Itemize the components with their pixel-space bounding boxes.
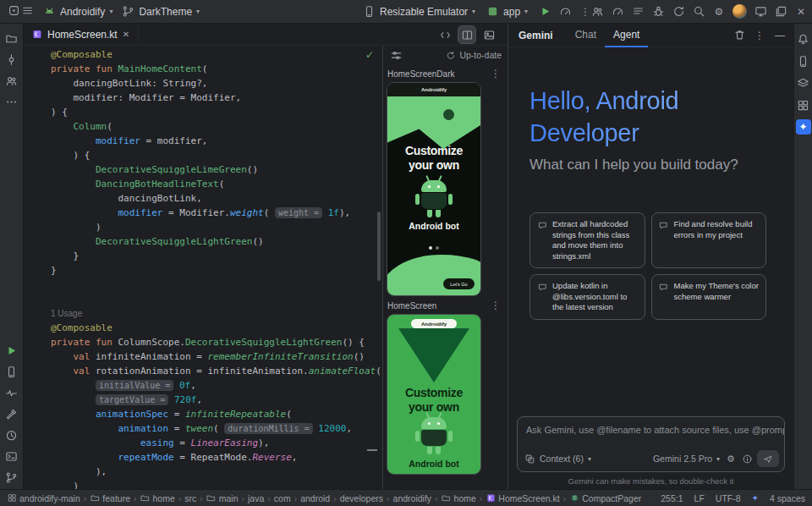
build-tool-icon[interactable] [5,407,19,421]
preview-options-icon[interactable] [389,48,403,62]
preview-phone-HomeScreenDark[interactable]: AndroidifyCustomizeyour ownAndroid botLe… [387,82,481,296]
code-line: @Composable [51,321,374,335]
code-line: ), [51,465,374,479]
user-avatar[interactable] [732,4,747,19]
preview-block-HomeScreen: HomeScreen⋮AndroidifyCustomizeyour ownAn… [383,296,508,475]
breadcrumb: androidify-main›feature›home›src›main›ja… [7,493,652,503]
send-button[interactable] [757,450,779,467]
project-selector[interactable]: Androidify ▾ [42,5,112,19]
preview-more-icon[interactable]: ⋮ [489,67,502,80]
layout-inspector-icon[interactable] [796,75,811,91]
close-tab-icon[interactable]: ✕ [123,30,129,39]
code-line: 1 Usage [51,306,374,321]
run-configuration-selector[interactable]: app ▾ [486,5,528,19]
preview-name[interactable]: HomeScreen [387,301,436,311]
scrollbar-marker [367,449,377,451]
kotlin-file-icon [32,30,42,40]
inspection-status-icon[interactable]: ✓ [365,49,374,61]
gemini-tab-agent[interactable]: Agent [605,24,648,47]
run-tool-icon[interactable] [5,344,19,357]
more-options-icon[interactable]: ⋮ [753,29,766,42]
device-mirror-icon[interactable] [754,5,767,19]
context-chip[interactable]: Context (6) [540,454,584,464]
close-window-icon[interactable]: ✕ [794,5,808,19]
more-tool-windows-icon[interactable] [5,95,19,108]
code-line: easing = LinearEasing), [51,436,374,450]
breadcrumb-item[interactable]: com [274,493,291,503]
preview-name[interactable]: HomeScreenDark [387,69,454,79]
design-view-icon[interactable] [480,26,497,43]
tab-homescreen-kt[interactable]: HomeScreen.kt ✕ [24,24,139,45]
breadcrumb-item[interactable]: home [442,493,476,503]
breadcrumb-item[interactable]: android [300,493,330,503]
code-line: } [51,249,374,263]
delete-conversation-icon[interactable] [732,29,746,42]
breadcrumb-item[interactable]: feature [90,493,130,503]
suggestion-card[interactable]: Update kotlin in @libs.version.toml to t… [529,274,645,320]
project-tool-icon[interactable] [5,31,19,45]
running-devices-icon[interactable] [796,97,811,113]
suggestion-card[interactable]: Make my Theme's color scheme warmer [651,274,767,320]
main-menu-icon[interactable] [20,3,34,17]
code-with-me-icon[interactable] [590,5,604,19]
bug-report-icon[interactable] [651,5,665,19]
suggestion-card[interactable]: Extract all hardcoded strings from this … [529,212,645,268]
model-selector[interactable]: Gemini 2.5 Pro [653,454,712,464]
run-button[interactable] [538,5,551,19]
branch-selector[interactable]: DarkTheme ▾ [121,5,200,19]
app-quality-insights-icon[interactable] [5,386,19,399]
profile-run-icon[interactable] [558,5,572,19]
breadcrumb-item[interactable]: androidify [393,493,432,503]
line-separator[interactable]: LF [694,493,705,503]
profiler-icon[interactable] [611,5,624,19]
ai-status-icon[interactable]: ✦ [752,493,759,503]
suggestion-card[interactable]: Find and resolve build errors in my proj… [651,212,767,268]
commit-tool-icon[interactable] [5,52,19,66]
pull-requests-icon[interactable] [5,74,19,87]
attach-context-icon[interactable] [524,454,535,465]
caret-position[interactable]: 255:1 [661,493,683,503]
breadcrumb-item[interactable]: main [206,493,239,503]
breadcrumb-item[interactable]: developers [340,493,383,503]
breadcrumb-item[interactable]: src [184,493,196,503]
code-line: private fun ColumnScope.DecorativeSquigg… [51,335,374,349]
suggestion-cards: Extract all hardcoded strings from this … [529,212,766,320]
settings-icon[interactable]: ⚙ [712,5,726,19]
file-encoding[interactable]: UTF-8 [716,493,741,503]
device-manager-icon[interactable] [5,365,19,378]
logcat-icon[interactable] [631,5,645,19]
profiler-tool-icon[interactable] [5,428,19,442]
device-explorer-icon[interactable] [796,53,811,69]
gemini-input-box[interactable]: Ask Gemini, use @filename to attach sour… [517,416,785,472]
terminal-tool-icon[interactable] [5,449,19,463]
code-line: animation = tween( durationMillis = 1200… [51,421,374,436]
gemini-tool-icon[interactable]: ✦ [796,119,811,135]
breadcrumb-item[interactable]: HomeScreen.kt [486,493,559,503]
git-branch-icon [121,5,134,19]
preview-sync-status[interactable]: Up-to-date [446,50,502,60]
code-view-icon[interactable] [436,26,453,43]
gemini-settings-icon[interactable]: ⚙ [724,452,738,465]
split-view-icon[interactable] [458,26,475,43]
search-everywhere-icon[interactable] [692,5,705,19]
code-editor[interactable]: @Composableprivate fun MainHomeContent( … [24,46,382,489]
svg-text:C: C [573,495,576,500]
preview-more-icon[interactable]: ⋮ [489,299,502,312]
preview-phone-HomeScreen[interactable]: AndroidifyCustomizeyour ownAndroid bot [387,314,481,475]
restore-window-icon[interactable] [774,5,787,19]
breadcrumb-item[interactable]: androidify-main [7,493,80,503]
gradle-sync-icon[interactable] [672,5,685,19]
hide-panel-icon[interactable]: — [773,29,787,42]
version-control-icon[interactable] [5,470,19,484]
CompactPager-icon: C [569,493,579,503]
breadcrumb-item[interactable]: java [248,493,264,503]
device-selector[interactable]: Resizable Emulator ▾ [362,5,475,19]
breadcrumb-item[interactable]: CCompactPager [569,493,641,503]
gemini-tab-chat[interactable]: Chat [567,24,605,47]
info-icon[interactable] [742,454,753,465]
notifications-icon[interactable] [796,31,811,47]
compose-preview-panel: Up-to-date HomeScreenDark⋮AndroidifyCust… [382,46,508,489]
indent-setting[interactable]: 4 spaces [770,493,805,503]
editor-scrollbar[interactable] [377,212,381,281]
breadcrumb-item[interactable]: home [140,493,175,503]
